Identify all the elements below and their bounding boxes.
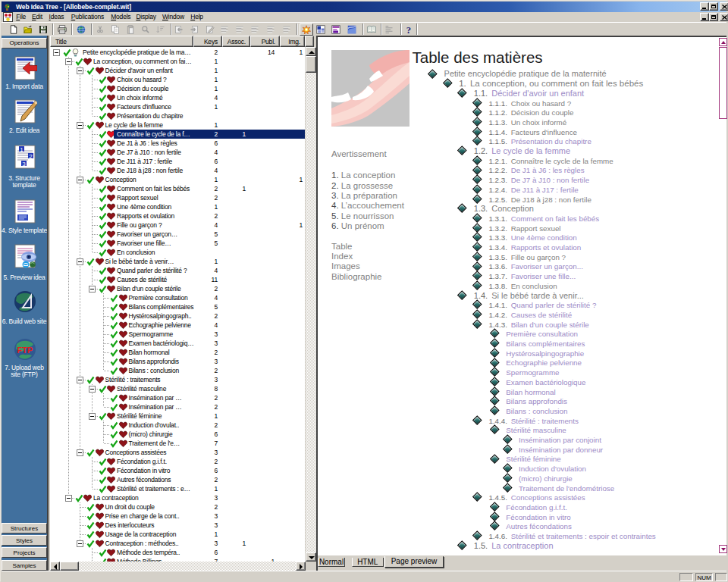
- svg-text:2: 2: [29, 152, 33, 159]
- svg-text:FTP: FTP: [17, 346, 33, 355]
- svg-text:?: ?: [406, 25, 411, 34]
- svg-text:1: 1: [20, 146, 24, 152]
- svg-text:3: 3: [22, 160, 26, 167]
